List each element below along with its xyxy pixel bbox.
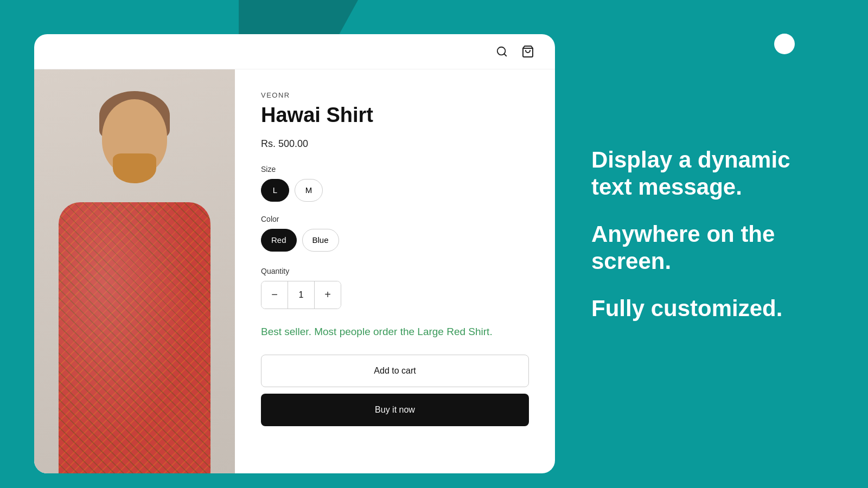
tagline-3: Fully customized. — [591, 295, 825, 322]
tagline-block: Display a dynamic text message. Anywhere… — [591, 146, 825, 342]
quantity-control: − 1 + — [261, 281, 341, 309]
size-btn-M[interactable]: M — [295, 179, 323, 202]
add-to-cart-button[interactable]: Add to cart — [261, 355, 529, 387]
bestseller-message: Best seller. Most people order the Large… — [261, 324, 529, 340]
search-icon[interactable] — [494, 44, 509, 59]
right-panel: Display a dynamic text message. Anywhere… — [548, 0, 868, 488]
quantity-label: Quantity — [261, 267, 529, 275]
quantity-value: 1 — [288, 281, 315, 309]
product-title: Hawai Shirt — [261, 104, 529, 127]
product-price: Rs. 500.00 — [261, 138, 529, 150]
size-options: L M — [261, 179, 529, 202]
quantity-increase-button[interactable]: + — [315, 281, 341, 309]
beard-decoration — [113, 153, 156, 183]
shirt-pattern — [59, 202, 210, 473]
card-body: VEONR Hawai Shirt Rs. 500.00 Size L M Co… — [34, 69, 555, 473]
buy-now-button[interactable]: Buy it now — [261, 394, 529, 426]
quantity-decrease-button[interactable]: − — [261, 281, 288, 309]
color-options: Red Blue — [261, 229, 529, 252]
card-header — [34, 34, 555, 69]
cart-icon[interactable] — [520, 44, 535, 59]
header-icons — [494, 44, 535, 59]
tagline-1: Display a dynamic text message. — [591, 146, 825, 201]
product-details: VEONR Hawai Shirt Rs. 500.00 Size L M Co… — [235, 69, 555, 473]
color-btn-red[interactable]: Red — [261, 229, 297, 252]
size-btn-L[interactable]: L — [261, 179, 289, 202]
tagline-2: Anywhere on the screen. — [591, 221, 825, 275]
brand-label: VEONR — [261, 91, 529, 99]
color-btn-blue[interactable]: Blue — [302, 229, 339, 252]
size-label: Size — [261, 165, 529, 174]
svg-line-1 — [504, 54, 506, 56]
product-card: VEONR Hawai Shirt Rs. 500.00 Size L M Co… — [34, 34, 555, 473]
color-label: Color — [261, 215, 529, 223]
product-image-panel — [34, 69, 235, 473]
shirt-decoration — [59, 202, 210, 473]
product-image — [34, 69, 235, 473]
